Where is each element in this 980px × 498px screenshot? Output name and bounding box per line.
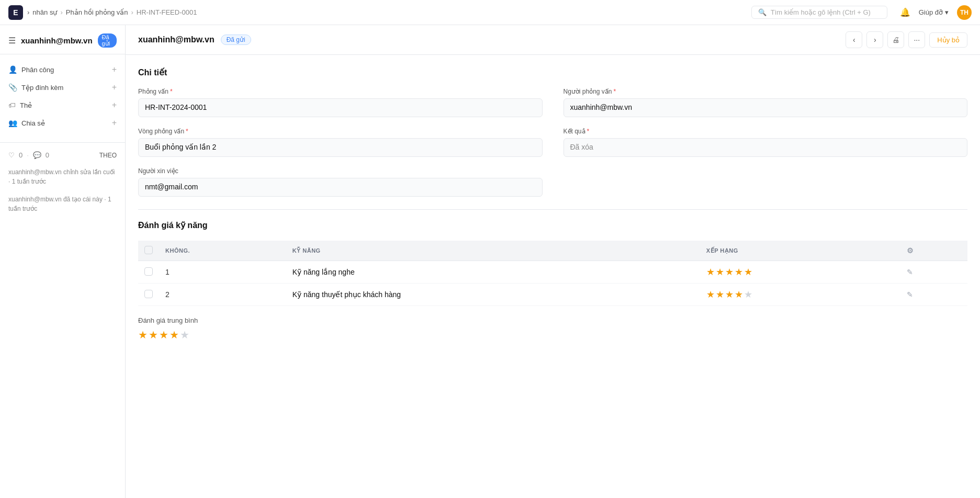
sidebar-item-phan-cong[interactable]: 👤 Phân công + bbox=[0, 61, 125, 78]
sidebar-meta-edit: xuanhinh@mbw.vn chỉnh sửa lần cuối · 1 t… bbox=[0, 163, 125, 190]
form-group-vong-phong-van: Vòng phỏng vấn * Buổi phỏng vấn lần 2 bbox=[138, 128, 543, 157]
phong-van-value: HR-INT-2024-0001 bbox=[138, 98, 543, 117]
nguoi-phong-van-req: * bbox=[614, 88, 616, 95]
vong-phong-van-value: Buổi phỏng vấn lần 2 bbox=[138, 138, 543, 157]
star-0-1: ★ bbox=[716, 266, 724, 278]
sidebar-item-tep-dinh-kem[interactable]: 📎 Tệp đính kèm + bbox=[0, 78, 125, 96]
avatar: TH bbox=[957, 5, 972, 20]
nguoi-xin-viec-value: nmt@gmail.com bbox=[138, 178, 543, 197]
row-checkbox-1[interactable] bbox=[144, 290, 153, 298]
sidebar-header: ☰ xuanhinh@mbw.vn Đã gửi bbox=[0, 33, 125, 54]
editor-name: xuanhinh@mbw.vn bbox=[8, 168, 62, 176]
star-0-4: ★ bbox=[744, 266, 752, 278]
star-1-1: ★ bbox=[716, 289, 724, 300]
row-edit-0: ✎ bbox=[900, 261, 967, 284]
sidebar-tep-add[interactable]: + bbox=[112, 83, 117, 92]
sidebar-status-badge: Đã gửi bbox=[98, 33, 117, 48]
nguoi-phong-van-label: Người phỏng vấn * bbox=[564, 88, 968, 95]
skills-section: Đánh giá kỹ năng KHÔNG. Kỹ năng Xếp hạng… bbox=[138, 220, 967, 341]
breadcrumb-sep2: › bbox=[60, 8, 62, 16]
avg-section: Đánh giá trung bình ★★★★★ bbox=[138, 316, 967, 341]
sidebar-item-phan-cong-left: 👤 Phân công bbox=[8, 65, 54, 74]
print-button[interactable]: 🖨 bbox=[887, 31, 904, 48]
prev-button[interactable]: ‹ bbox=[846, 31, 862, 48]
search-placeholder: Tìm kiếm hoặc gõ lệnh (Ctrl + G) bbox=[771, 8, 871, 16]
nguoi-xin-viec-label: Người xin việc bbox=[138, 167, 543, 175]
doc-status-badge: Đã gửi bbox=[221, 35, 251, 45]
skills-table: KHÔNG. Kỹ năng Xếp hạng ⚙ 1 Kỹ năng lắng… bbox=[138, 241, 967, 306]
avg-star-4: ★ bbox=[180, 329, 189, 341]
follow-button[interactable]: THEO bbox=[99, 152, 117, 159]
app-logo: E bbox=[8, 5, 23, 20]
form-group-phong-van: Phỏng vấn * HR-INT-2024-0001 bbox=[138, 88, 543, 117]
sidebar-item-tep-left: 📎 Tệp đính kèm bbox=[8, 83, 63, 92]
main-layout: ☰ xuanhinh@mbw.vn Đã gửi 👤 Phân công + 📎… bbox=[0, 25, 980, 498]
row-stars-1: ★★★★★ bbox=[700, 284, 900, 306]
sidebar-title: xuanhinh@mbw.vn bbox=[21, 36, 93, 45]
form-content: Chi tiết Phỏng vấn * HR-INT-2024-0001 Ng… bbox=[126, 55, 980, 354]
topnav-right: 🔔 Giúp đỡ ▾ TH bbox=[900, 5, 972, 20]
sidebar-item-chia-se-left: 👥 Chia sẻ bbox=[8, 119, 45, 127]
avg-stars: ★★★★★ bbox=[138, 329, 967, 341]
sidebar-chia-se-add[interactable]: + bbox=[112, 118, 117, 128]
sidebar-item-tep-label: Tệp đính kèm bbox=[21, 84, 63, 92]
search-bar[interactable]: 🔍 Tìm kiếm hoặc gõ lệnh (Ctrl + G) bbox=[751, 6, 887, 19]
sidebar-item-the[interactable]: 🏷 Thẻ + bbox=[0, 96, 125, 114]
sidebar-stats: ♡ 0 · 💬 0 THEO bbox=[0, 147, 125, 163]
row-no-0: 1 bbox=[159, 261, 286, 284]
stats-dot: · bbox=[27, 151, 29, 159]
search-icon: 🔍 bbox=[758, 8, 767, 16]
menu-icon[interactable]: ☰ bbox=[8, 36, 16, 46]
edit-icon-1[interactable]: ✎ bbox=[907, 290, 913, 299]
avg-label: Đánh giá trung bình bbox=[138, 316, 967, 324]
bell-icon[interactable]: 🔔 bbox=[900, 7, 910, 17]
sidebar-item-the-left: 🏷 Thẻ bbox=[8, 101, 32, 109]
col-skill: Kỹ năng bbox=[286, 241, 700, 261]
breadcrumb-current: HR-INT-FEED-0001 bbox=[137, 8, 197, 16]
sidebar-phan-cong-add[interactable]: + bbox=[112, 65, 117, 74]
phong-van-req: * bbox=[170, 88, 173, 95]
next-button[interactable]: › bbox=[866, 31, 883, 48]
ket-qua-req: * bbox=[587, 128, 590, 135]
skills-table-body: 1 Kỹ năng lắng nghe ★★★★★ ✎ 2 Kỹ năng th… bbox=[138, 261, 967, 306]
settings-icon[interactable]: ⚙ bbox=[907, 246, 914, 255]
doc-title: xuanhinh@mbw.vn bbox=[138, 35, 215, 44]
comment-icon: 💬 bbox=[33, 151, 41, 159]
breadcrumb-phan-hoi[interactable]: Phản hồi phỏng vấn bbox=[66, 8, 128, 16]
nguoi-phong-van-value: xuanhinh@mbw.vn bbox=[564, 98, 968, 117]
sidebar: ☰ xuanhinh@mbw.vn Đã gửi 👤 Phân công + 📎… bbox=[0, 25, 126, 498]
form-group-nguoi-phong-van: Người phỏng vấn * xuanhinh@mbw.vn bbox=[564, 88, 968, 117]
sidebar-meta-create: xuanhinh@mbw.vn đã tạo cái này · 1 tuần … bbox=[0, 190, 125, 218]
tag-icon: 🏷 bbox=[8, 101, 16, 109]
heart-icon: ♡ bbox=[8, 151, 15, 159]
star-1-0: ★ bbox=[706, 289, 715, 300]
row-skill-0: Kỹ năng lắng nghe bbox=[286, 261, 700, 284]
avg-star-3: ★ bbox=[170, 329, 179, 341]
skills-section-title: Đánh giá kỹ năng bbox=[138, 220, 967, 230]
header-checkbox[interactable] bbox=[144, 246, 153, 254]
section-title-chi-tiet: Chi tiết bbox=[138, 67, 967, 77]
skills-table-header: KHÔNG. Kỹ năng Xếp hạng ⚙ bbox=[138, 241, 967, 261]
help-menu[interactable]: Giúp đỡ ▾ bbox=[919, 8, 949, 16]
sidebar-the-add[interactable]: + bbox=[112, 100, 117, 110]
comments-count: 0 bbox=[46, 151, 49, 159]
breadcrumb-nhan-su[interactable]: nhân sự bbox=[32, 8, 57, 16]
edit-icon-0[interactable]: ✎ bbox=[907, 268, 913, 276]
doc-header: xuanhinh@mbw.vn Đã gửi ‹ › 🖨 ··· Hủy bỏ bbox=[126, 25, 980, 55]
row-checkbox-0[interactable] bbox=[144, 267, 153, 276]
ket-qua-value: Đã xóa bbox=[564, 138, 968, 157]
likes-count: 0 bbox=[19, 151, 22, 159]
star-1-4: ★ bbox=[744, 289, 752, 300]
phong-van-label: Phỏng vấn * bbox=[138, 88, 543, 95]
more-button[interactable]: ··· bbox=[908, 31, 925, 48]
creator-name: xuanhinh@mbw.vn bbox=[8, 196, 62, 203]
sidebar-item-the-label: Thẻ bbox=[20, 101, 32, 109]
form-group-ket-qua: Kết quả * Đã xóa bbox=[564, 128, 968, 157]
table-row: 2 Kỹ năng thuyết phục khách hàng ★★★★★ ✎ bbox=[138, 284, 967, 306]
sidebar-divider bbox=[0, 142, 125, 143]
sidebar-item-chia-se[interactable]: 👥 Chia sẻ + bbox=[0, 114, 125, 132]
avg-star-1: ★ bbox=[149, 329, 158, 341]
cancel-button[interactable]: Hủy bỏ bbox=[929, 32, 967, 48]
star-0-0: ★ bbox=[706, 266, 715, 278]
row-stars-0: ★★★★★ bbox=[700, 261, 900, 284]
